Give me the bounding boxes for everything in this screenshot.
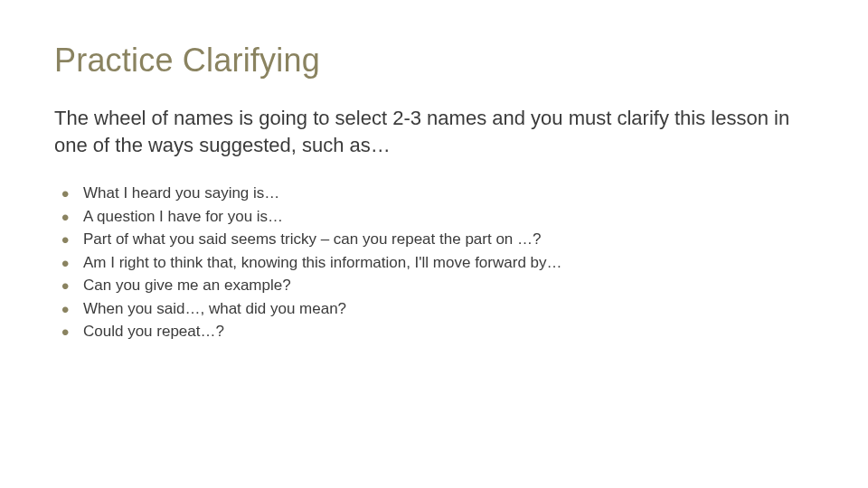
slide: Practice Clarifying The wheel of names i… <box>0 0 868 488</box>
list-item: What I heard you saying is… <box>60 182 814 205</box>
list-item: When you said…, what did you mean? <box>60 297 814 321</box>
bullet-list: What I heard you saying is… A question I… <box>54 182 814 343</box>
list-item: Part of what you said seems tricky – can… <box>60 228 814 251</box>
slide-title: Practice Clarifying <box>54 42 814 80</box>
list-item: A question I have for you is… <box>60 205 814 229</box>
list-item: Could you repeat…? <box>60 320 814 343</box>
slide-intro: The wheel of names is going to select 2-… <box>54 105 814 158</box>
list-item: Am I right to think that, knowing this i… <box>60 251 814 275</box>
list-item: Can you give me an example? <box>60 274 814 297</box>
